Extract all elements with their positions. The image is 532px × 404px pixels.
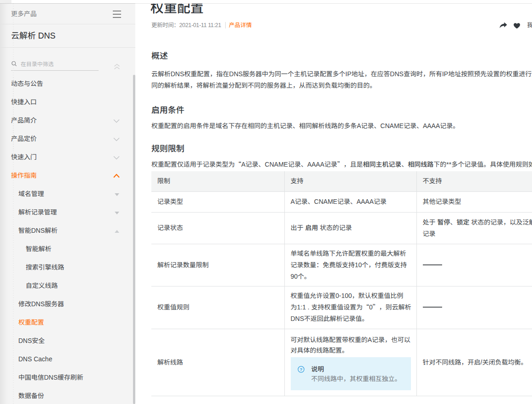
svg-text:?: ? (299, 367, 302, 372)
